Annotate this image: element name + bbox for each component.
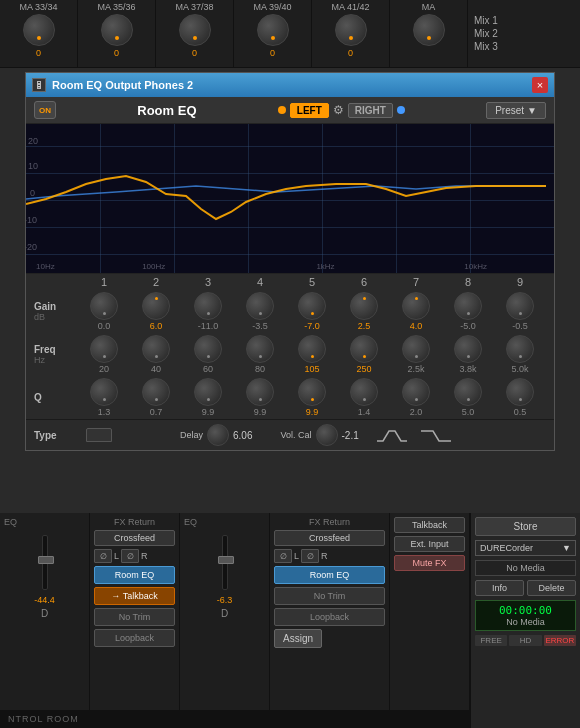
left-fader-area: [4, 532, 85, 592]
freq-knob-8[interactable]: 3.8k: [442, 335, 494, 374]
lr-icon-phi1[interactable]: ∅: [94, 549, 112, 563]
freq-knob-5[interactable]: 105: [286, 335, 338, 374]
freq-knob-7[interactable]: 2.5k: [390, 335, 442, 374]
freq-knob-9[interactable]: 5.0k: [494, 335, 546, 374]
q-knob-6[interactable]: 1.4: [338, 378, 390, 417]
notrim-slot-right[interactable]: No Trim: [274, 587, 385, 605]
eq-window-icon: 🎛: [32, 78, 46, 92]
crossfeed-button-right[interactable]: Crossfeed: [274, 530, 385, 546]
band-num-7: 7: [413, 276, 419, 288]
crossfeed-button-left[interactable]: Crossfeed: [94, 530, 175, 546]
channel-label-2: MA 35/36: [97, 2, 135, 12]
channel-knob-3[interactable]: [179, 14, 211, 46]
loopback-slot-right[interactable]: Loopback: [274, 608, 385, 626]
knob-value-4: 0: [270, 48, 275, 58]
durec-dropdown[interactable]: DURECorder ▼: [475, 540, 576, 556]
left-fader-handle[interactable]: [38, 556, 54, 564]
loopback-slot-left[interactable]: Loopback: [94, 629, 175, 647]
lr-icon-phi2[interactable]: ∅: [121, 549, 139, 563]
freq-knob-2[interactable]: 40: [130, 335, 182, 374]
band-num-3: 3: [205, 276, 211, 288]
knob-value-5: 0: [348, 48, 353, 58]
ext-input-button[interactable]: Ext. Input: [394, 536, 465, 552]
q-knob-7[interactable]: 2.0: [390, 378, 442, 417]
q-knob-4[interactable]: 9.9: [234, 378, 286, 417]
q-knob-2[interactable]: 0.7: [130, 378, 182, 417]
lr-icon-phi3[interactable]: ∅: [274, 549, 292, 563]
freq-knob-3[interactable]: 60: [182, 335, 234, 374]
gain-knob-6[interactable]: 2.5: [338, 292, 390, 331]
gain-knob-8[interactable]: -5.0: [442, 292, 494, 331]
middle-fader-handle[interactable]: [218, 556, 234, 564]
q-knob-3[interactable]: 9.9: [182, 378, 234, 417]
eq-label-bottom-middle: EQ: [184, 517, 197, 527]
gain-knob-3[interactable]: -11.0: [182, 292, 234, 331]
filter-icon-2[interactable]: [419, 427, 451, 443]
eq-on-button[interactable]: ON: [34, 101, 56, 119]
freq-knob-1[interactable]: 20: [78, 335, 130, 374]
assign-row: Assign: [274, 629, 385, 648]
gain-knob-2[interactable]: 6.0: [130, 292, 182, 331]
channel-knob-1[interactable]: [23, 14, 55, 46]
q-knob-8[interactable]: 5.0: [442, 378, 494, 417]
delay-value: 6.06: [233, 430, 252, 441]
assign-button[interactable]: Assign: [274, 629, 322, 648]
vol-knob[interactable]: [316, 424, 338, 446]
q-knob-5[interactable]: 9.9: [286, 378, 338, 417]
lr-icon-phi4[interactable]: ∅: [301, 549, 319, 563]
band-num-5: 5: [309, 276, 315, 288]
knob-dot-5: [349, 36, 353, 40]
hd-tag: HD: [509, 635, 541, 646]
top-mixer-strip: MA 33/34 0 MA 35/36 0 MA 37/38 0 MA 39/4…: [0, 0, 580, 68]
eq-graph[interactable]: 20 10 0 -10 -20 10Hz 100Hz 1kHz 10kHz: [26, 124, 554, 274]
durec-dropdown-icon: ▼: [562, 543, 571, 553]
freq-unit: Hz: [34, 355, 78, 365]
gain-knob-4[interactable]: -3.5: [234, 292, 286, 331]
talkback-slot-left[interactable]: → Talkback: [94, 587, 175, 605]
channel-knob-4[interactable]: [257, 14, 289, 46]
info-button[interactable]: Info: [475, 580, 524, 596]
talkback-button-top[interactable]: Talkback: [394, 517, 465, 533]
knob-dot-4: [271, 36, 275, 40]
delay-knob[interactable]: [207, 424, 229, 446]
control-room-label: NTROL ROOM: [8, 714, 79, 724]
store-button[interactable]: Store: [475, 517, 576, 536]
freq-knob-4[interactable]: 80: [234, 335, 286, 374]
room-eq-slot-right[interactable]: Room EQ: [274, 566, 385, 584]
notrim-slot-left[interactable]: No Trim: [94, 608, 175, 626]
filter-icon-1[interactable]: [375, 427, 407, 443]
vol-section: Vol. Cal -2.1: [280, 424, 358, 446]
delay-section: Delay 6.06: [180, 424, 252, 446]
right-dot-indicator: [397, 106, 405, 114]
left-d-label: D: [4, 608, 85, 619]
fx-return-label-left: FX Return: [94, 517, 175, 527]
left-fader[interactable]: [42, 535, 48, 590]
preset-button[interactable]: Preset ▼: [486, 102, 546, 119]
q-knob-9[interactable]: 0.5: [494, 378, 546, 417]
left-channel-button[interactable]: LEFT: [290, 103, 329, 118]
gain-knob-9[interactable]: -0.5: [494, 292, 546, 331]
free-tag: FREE: [475, 635, 507, 646]
delete-button[interactable]: Delete: [527, 580, 576, 596]
gain-knob-5[interactable]: -7.0: [286, 292, 338, 331]
mix-label-1: Mix 1: [474, 15, 498, 26]
left-plugin-strip: FX Return Crossfeed ∅ L ∅ R Room EQ → Ta…: [90, 513, 180, 728]
middle-fader[interactable]: [222, 535, 228, 590]
info-delete-row: Info Delete: [475, 580, 576, 596]
channel-label-4: MA 39/40: [253, 2, 291, 12]
filter-type-shape-1[interactable]: [86, 428, 112, 442]
channel-label-1: MA 33/34: [19, 2, 57, 12]
room-eq-slot-left[interactable]: Room EQ: [94, 566, 175, 584]
q-knob-1[interactable]: 1.3: [78, 378, 130, 417]
channel-knob-6[interactable]: [413, 14, 445, 46]
eq-titlebar: 🎛 Room EQ Output Phones 2 ×: [26, 73, 554, 97]
channel-knob-5[interactable]: [335, 14, 367, 46]
channel-knob-2[interactable]: [101, 14, 133, 46]
gain-knob-7[interactable]: 4.0: [390, 292, 442, 331]
free-hd-error-row: FREE HD ERROR: [475, 635, 576, 646]
freq-knob-6[interactable]: 250: [338, 335, 390, 374]
mute-fx-button[interactable]: Mute FX: [394, 555, 465, 571]
gain-knob-1[interactable]: 0.0: [78, 292, 130, 331]
right-channel-button[interactable]: RIGHT: [348, 103, 393, 118]
eq-close-button[interactable]: ×: [532, 77, 548, 93]
